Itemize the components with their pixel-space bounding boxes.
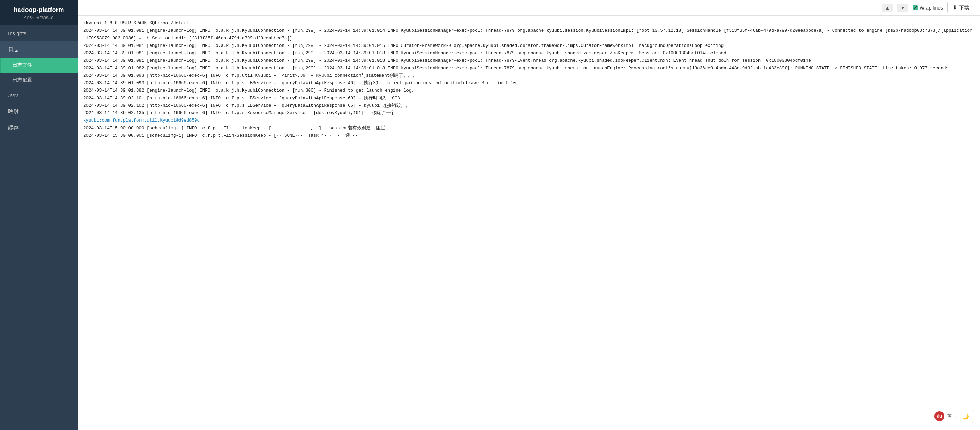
log-line: 2024-03-14T15:00:00.000 [scheduling-1] I…: [83, 125, 974, 132]
sidebar-item-mapping[interactable]: 映射: [0, 103, 78, 120]
sidebar-header: hadoop-platform 905eedf388a8: [0, 0, 78, 25]
wrap-lines-checkbox[interactable]: [913, 5, 918, 10]
log-line: 2024-03-14T14:39:01.382 [engine-launch-l…: [83, 87, 974, 94]
topbar: ▲ ▼ Wrap lines ⬇ 下载: [78, 0, 980, 16]
scroll-up-button[interactable]: ▲: [881, 3, 893, 12]
download-button[interactable]: ⬇ 下载: [947, 2, 974, 13]
sidebar-item-log-files[interactable]: 日志文件: [0, 58, 78, 73]
sidebar-item-jvm[interactable]: JVM: [0, 87, 78, 103]
toolbar-separator: 英: [947, 413, 952, 419]
log-line: 2024-03-14T14:39:02.101 [http-nio-16666-…: [83, 95, 974, 102]
log-line: 2024-03-14T14:39:01.093 [http-nio-16666-…: [83, 72, 974, 80]
sidebar-item-logs[interactable]: 日志: [0, 41, 78, 58]
log-line: 2024-03-14T14:39:01.081 [engine-launch-l…: [83, 42, 974, 50]
log-line: 2024-03-14T14:39:01.093 [http-nio-16666-…: [83, 80, 974, 87]
log-content-area: /kyuubi_1.8.0_USER_SPARK_SQL/root/defaul…: [78, 16, 980, 430]
sidebar-item-insights[interactable]: Insights: [0, 25, 78, 41]
download-icon: ⬇: [953, 4, 957, 11]
log-line: kyuubi:com.fun.platform.util.Kyuubi@d9ed…: [83, 117, 974, 124]
wrap-lines-label[interactable]: Wrap lines: [913, 5, 943, 11]
sidebar-item-cache[interactable]: 缓存: [0, 120, 78, 136]
moon-icon[interactable]: 🌙: [962, 413, 969, 420]
sidebar-subtitle: 905eedf388a8: [6, 15, 72, 21]
sidebar-nav: Insights 日志 日志文件 日志配置 JVM 映射 缓存: [0, 25, 78, 430]
sidebar-item-log-config[interactable]: 日志配置: [0, 73, 78, 87]
du-button[interactable]: du: [934, 411, 944, 421]
log-line: 2024-03-14T14:39:01.081 [engine-launch-l…: [83, 57, 974, 65]
wrap-lines-text: Wrap lines: [920, 5, 943, 11]
download-label: 下载: [959, 5, 969, 11]
float-toolbar: du 英 ， 🌙: [931, 409, 973, 423]
log-line: 2024-03-14T14:39:02.135 [http-nio-16666-…: [83, 109, 974, 117]
sidebar: hadoop-platform 905eedf388a8 Insights 日志…: [0, 0, 78, 430]
log-line: 2024-03-14T14:39:02.102 [http-nio-16666-…: [83, 102, 974, 109]
log-line: 2024-03-14T14:39:01.081 [engine-launch-l…: [83, 27, 974, 42]
toolbar-comma: ，: [955, 413, 959, 419]
log-line: /kyuubi_1.8.0_USER_SPARK_SQL/root/defaul…: [83, 20, 974, 27]
sidebar-title: hadoop-platform: [6, 6, 72, 14]
log-line: 2024-03-14T15:30:00.001 [scheduling-1] I…: [83, 132, 974, 140]
main-content: ▲ ▼ Wrap lines ⬇ 下载 /kyuubi_1.8.0_USER_S…: [78, 0, 980, 430]
log-line: 2024-03-14T14:39:01.081 [engine-launch-l…: [83, 50, 974, 57]
log-line: 2024-03-14T14:39:01.082 [engine-launch-l…: [83, 65, 974, 72]
log-link[interactable]: kyuubi:com.fun.platform.util.Kyuubi@d9ed…: [83, 118, 200, 123]
scroll-down-button[interactable]: ▼: [897, 3, 908, 12]
